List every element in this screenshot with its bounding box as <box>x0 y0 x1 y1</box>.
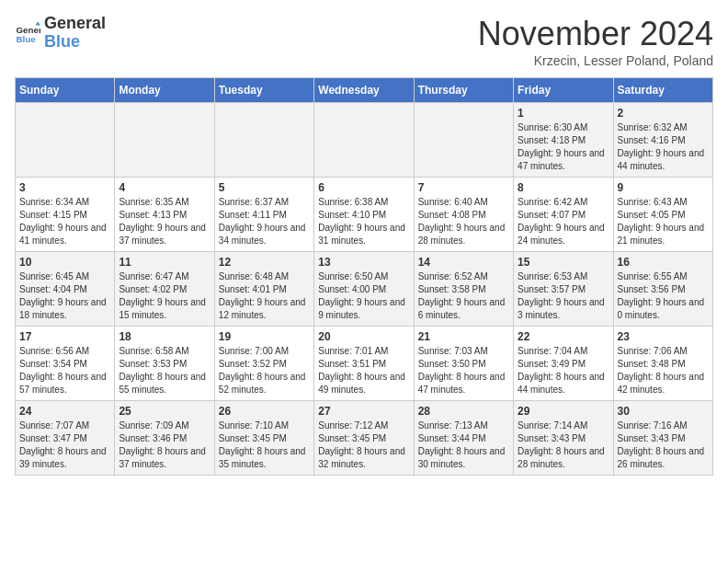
day-info: Sunrise: 6:53 AM Sunset: 3:57 PM Dayligh… <box>518 270 609 322</box>
day-info: Sunrise: 6:48 AM Sunset: 4:01 PM Dayligh… <box>219 270 310 322</box>
calendar-cell: 21Sunrise: 7:03 AM Sunset: 3:50 PM Dayli… <box>414 327 513 401</box>
day-info: Sunrise: 7:06 AM Sunset: 3:48 PM Dayligh… <box>618 345 709 396</box>
calendar-cell: 16Sunrise: 6:55 AM Sunset: 3:56 PM Dayli… <box>613 252 712 327</box>
weekday-header-wednesday: Wednesday <box>314 78 414 103</box>
day-info: Sunrise: 7:07 AM Sunset: 3:47 PM Dayligh… <box>19 419 110 471</box>
calendar-table: SundayMondayTuesdayWednesdayThursdayFrid… <box>15 77 713 476</box>
header: General Blue General Blue November 2024 … <box>15 15 713 68</box>
day-number: 29 <box>518 405 609 418</box>
calendar-cell: 6Sunrise: 6:38 AM Sunset: 4:10 PM Daylig… <box>314 178 414 252</box>
day-info: Sunrise: 7:12 AM Sunset: 3:45 PM Dayligh… <box>318 419 409 471</box>
day-info: Sunrise: 7:13 AM Sunset: 3:44 PM Dayligh… <box>418 419 509 471</box>
calendar-cell: 15Sunrise: 6:53 AM Sunset: 3:57 PM Dayli… <box>514 252 613 327</box>
calendar-cell <box>214 103 313 178</box>
calendar-cell: 5Sunrise: 6:37 AM Sunset: 4:11 PM Daylig… <box>214 178 313 252</box>
day-number: 8 <box>518 181 609 194</box>
weekday-header-saturday: Saturday <box>613 78 712 103</box>
calendar-cell: 28Sunrise: 7:13 AM Sunset: 3:44 PM Dayli… <box>414 401 513 476</box>
week-row-2: 3Sunrise: 6:34 AM Sunset: 4:15 PM Daylig… <box>16 178 713 252</box>
calendar-cell <box>414 103 513 178</box>
day-number: 3 <box>19 181 110 194</box>
week-row-4: 17Sunrise: 6:56 AM Sunset: 3:54 PM Dayli… <box>16 327 713 401</box>
calendar-cell: 13Sunrise: 6:50 AM Sunset: 4:00 PM Dayli… <box>314 252 414 327</box>
calendar-cell: 29Sunrise: 7:14 AM Sunset: 3:43 PM Dayli… <box>514 401 613 476</box>
day-number: 28 <box>418 405 509 418</box>
day-number: 11 <box>119 256 210 269</box>
weekday-header-sunday: Sunday <box>16 78 115 103</box>
day-info: Sunrise: 6:42 AM Sunset: 4:07 PM Dayligh… <box>518 196 609 247</box>
day-info: Sunrise: 7:04 AM Sunset: 3:49 PM Dayligh… <box>518 345 609 396</box>
title-area: November 2024 Krzecin, Lesser Poland, Po… <box>478 15 713 68</box>
day-number: 25 <box>119 405 210 418</box>
calendar-cell: 22Sunrise: 7:04 AM Sunset: 3:49 PM Dayli… <box>514 327 613 401</box>
calendar-cell: 9Sunrise: 6:43 AM Sunset: 4:05 PM Daylig… <box>613 178 712 252</box>
calendar-cell: 2Sunrise: 6:32 AM Sunset: 4:16 PM Daylig… <box>613 103 712 178</box>
day-number: 7 <box>418 181 509 194</box>
day-info: Sunrise: 7:01 AM Sunset: 3:51 PM Dayligh… <box>318 345 409 396</box>
day-info: Sunrise: 7:00 AM Sunset: 3:52 PM Dayligh… <box>219 345 310 396</box>
calendar-cell: 1Sunrise: 6:30 AM Sunset: 4:18 PM Daylig… <box>514 103 613 178</box>
svg-text:Blue: Blue <box>16 34 36 44</box>
calendar-cell <box>16 103 115 178</box>
day-info: Sunrise: 6:47 AM Sunset: 4:02 PM Dayligh… <box>119 270 210 322</box>
day-info: Sunrise: 6:40 AM Sunset: 4:08 PM Dayligh… <box>418 196 509 247</box>
day-info: Sunrise: 6:58 AM Sunset: 3:53 PM Dayligh… <box>119 345 210 396</box>
day-number: 19 <box>219 330 310 343</box>
day-number: 20 <box>318 330 409 343</box>
weekday-header-monday: Monday <box>115 78 214 103</box>
day-number: 4 <box>119 181 210 194</box>
day-info: Sunrise: 6:37 AM Sunset: 4:11 PM Dayligh… <box>219 196 310 247</box>
calendar-cell: 4Sunrise: 6:35 AM Sunset: 4:13 PM Daylig… <box>115 178 214 252</box>
day-info: Sunrise: 7:10 AM Sunset: 3:45 PM Dayligh… <box>219 419 310 471</box>
day-number: 21 <box>418 330 509 343</box>
calendar-cell: 12Sunrise: 6:48 AM Sunset: 4:01 PM Dayli… <box>214 252 313 327</box>
calendar-cell: 24Sunrise: 7:07 AM Sunset: 3:47 PM Dayli… <box>16 401 115 476</box>
day-info: Sunrise: 6:55 AM Sunset: 3:56 PM Dayligh… <box>618 270 709 322</box>
calendar-cell: 20Sunrise: 7:01 AM Sunset: 3:51 PM Dayli… <box>314 327 414 401</box>
day-info: Sunrise: 6:43 AM Sunset: 4:05 PM Dayligh… <box>618 196 709 247</box>
location-subtitle: Krzecin, Lesser Poland, Poland <box>478 53 713 68</box>
day-number: 30 <box>618 405 709 418</box>
calendar-cell: 17Sunrise: 6:56 AM Sunset: 3:54 PM Dayli… <box>16 327 115 401</box>
week-row-1: 1Sunrise: 6:30 AM Sunset: 4:18 PM Daylig… <box>16 103 713 178</box>
calendar-cell: 7Sunrise: 6:40 AM Sunset: 4:08 PM Daylig… <box>414 178 513 252</box>
day-info: Sunrise: 6:56 AM Sunset: 3:54 PM Dayligh… <box>19 345 110 396</box>
day-info: Sunrise: 6:32 AM Sunset: 4:16 PM Dayligh… <box>618 121 709 173</box>
day-number: 12 <box>219 256 310 269</box>
calendar-cell <box>314 103 414 178</box>
calendar-cell: 10Sunrise: 6:45 AM Sunset: 4:04 PM Dayli… <box>16 252 115 327</box>
day-number: 17 <box>19 330 110 343</box>
day-info: Sunrise: 6:52 AM Sunset: 3:58 PM Dayligh… <box>418 270 509 322</box>
day-number: 23 <box>618 330 709 343</box>
day-info: Sunrise: 7:09 AM Sunset: 3:46 PM Dayligh… <box>119 419 210 471</box>
day-number: 6 <box>318 181 409 194</box>
weekday-header-tuesday: Tuesday <box>214 78 313 103</box>
day-number: 26 <box>219 405 310 418</box>
logo: General Blue General Blue <box>15 15 106 52</box>
day-number: 9 <box>618 181 709 194</box>
calendar-cell: 26Sunrise: 7:10 AM Sunset: 3:45 PM Dayli… <box>214 401 313 476</box>
weekday-header-friday: Friday <box>514 78 613 103</box>
day-number: 13 <box>318 256 409 269</box>
day-number: 24 <box>19 405 110 418</box>
day-number: 2 <box>618 107 709 120</box>
day-number: 10 <box>19 256 110 269</box>
day-number: 22 <box>518 330 609 343</box>
logo-icon: General Blue <box>15 20 40 46</box>
day-info: Sunrise: 6:38 AM Sunset: 4:10 PM Dayligh… <box>318 196 409 247</box>
day-info: Sunrise: 6:35 AM Sunset: 4:13 PM Dayligh… <box>119 196 210 247</box>
logo-text: General Blue <box>44 15 106 52</box>
day-info: Sunrise: 6:30 AM Sunset: 4:18 PM Dayligh… <box>518 121 609 173</box>
day-number: 15 <box>518 256 609 269</box>
day-number: 14 <box>418 256 509 269</box>
calendar-cell: 3Sunrise: 6:34 AM Sunset: 4:15 PM Daylig… <box>16 178 115 252</box>
day-number: 1 <box>518 107 609 120</box>
day-info: Sunrise: 7:03 AM Sunset: 3:50 PM Dayligh… <box>418 345 509 396</box>
day-number: 18 <box>119 330 210 343</box>
day-number: 16 <box>618 256 709 269</box>
calendar-cell: 8Sunrise: 6:42 AM Sunset: 4:07 PM Daylig… <box>514 178 613 252</box>
weekday-header-row: SundayMondayTuesdayWednesdayThursdayFrid… <box>16 78 713 103</box>
day-info: Sunrise: 6:34 AM Sunset: 4:15 PM Dayligh… <box>19 196 110 247</box>
day-number: 5 <box>219 181 310 194</box>
weekday-header-thursday: Thursday <box>414 78 513 103</box>
